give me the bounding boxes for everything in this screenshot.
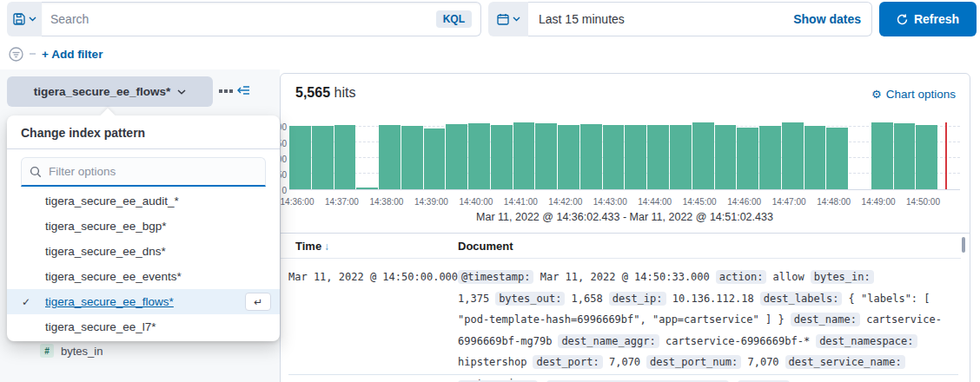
histogram-bar-14:45:00[interactable] bbox=[692, 122, 714, 189]
date-picker: Last 15 minutes Show dates bbox=[488, 2, 872, 36]
histogram-bar-14:40:30[interactable] bbox=[491, 125, 513, 189]
field-value: 10.136.112.18 bbox=[666, 293, 754, 305]
histogram-bar-14:41:30[interactable] bbox=[535, 123, 557, 189]
index-pattern-option[interactable]: tigera_secure_ee_events* bbox=[7, 264, 280, 289]
search-input[interactable]: Search KQL bbox=[42, 2, 481, 36]
field-name-pill[interactable]: dest_ip: bbox=[609, 292, 666, 306]
x-axis-tick-label: 14:40:00 bbox=[459, 197, 493, 207]
row-divider bbox=[288, 374, 958, 375]
index-pattern-filter-input[interactable]: Filter options bbox=[21, 157, 266, 187]
save-query-button[interactable] bbox=[7, 2, 42, 36]
field-name-pill[interactable]: @timestamp: bbox=[458, 270, 533, 284]
chart-options-link[interactable]: ⚙ Chart options bbox=[871, 88, 956, 101]
x-axis-tick-label: 14:41:00 bbox=[504, 197, 538, 207]
index-pattern-option[interactable]: ✓tigera_secure_ee_flows*↵ bbox=[7, 289, 280, 314]
histogram-bar-14:36:00[interactable] bbox=[289, 126, 311, 189]
field-name-pill[interactable]: dest_service_name: bbox=[785, 355, 905, 369]
histogram-bar-14:48:00[interactable] bbox=[826, 128, 848, 189]
x-axis-tick-label: 14:45:00 bbox=[683, 197, 717, 207]
histogram-bar-14:43:00[interactable] bbox=[603, 125, 625, 189]
time-column-header[interactable]: Time↓ bbox=[295, 240, 329, 253]
return-key-icon: ↵ bbox=[245, 293, 271, 311]
index-pattern-option-label: tigera_secure_ee_audit_* bbox=[45, 194, 271, 207]
collapse-sidebar-icon[interactable] bbox=[236, 85, 250, 96]
index-pattern-option[interactable]: tigera_secure_ee_audit_* bbox=[7, 188, 280, 214]
filter-bar: + Add filter bbox=[9, 42, 103, 66]
histogram-bar-14:49:00[interactable] bbox=[871, 122, 893, 189]
kql-badge[interactable]: KQL bbox=[436, 10, 472, 28]
index-pattern-option[interactable]: tigera_secure_ee_bgp* bbox=[7, 214, 280, 239]
x-axis-tick-label: 14:42:00 bbox=[548, 197, 582, 207]
date-range-value[interactable]: Last 15 minutes bbox=[539, 12, 793, 26]
histogram-bar-14:37:00[interactable] bbox=[334, 125, 356, 189]
histogram-plot-area[interactable]: 050100150200 bbox=[289, 122, 960, 190]
refresh-icon bbox=[897, 14, 908, 25]
table-row-time-cell[interactable]: Mar 11, 2022 @ 14:50:00.000 bbox=[288, 271, 458, 283]
popover-title: Change index pattern bbox=[7, 115, 280, 149]
save-icon bbox=[13, 13, 25, 25]
search-placeholder: Search bbox=[50, 12, 436, 26]
table-row-document-cell[interactable]: @timestamp: Mar 11, 2022 @ 14:50:33.000a… bbox=[458, 267, 958, 382]
field-name-pill[interactable]: dest_port_num: bbox=[646, 355, 741, 369]
histogram-bar-14:43:30[interactable] bbox=[625, 125, 646, 189]
refresh-button[interactable]: Refresh bbox=[879, 2, 977, 36]
histogram-bar-14:40:00[interactable] bbox=[468, 123, 490, 189]
field-name-pill[interactable]: dest_port: bbox=[533, 355, 602, 369]
field-value: allow bbox=[766, 271, 804, 283]
histogram-bar-14:38:30[interactable] bbox=[401, 126, 423, 189]
histogram-bar-14:42:00[interactable] bbox=[558, 125, 579, 189]
scrollbar-thumb[interactable] bbox=[962, 237, 965, 253]
histogram-bar-14:42:30[interactable] bbox=[580, 124, 602, 189]
field-name-pill[interactable]: dest_labels: bbox=[760, 292, 843, 306]
change-index-pattern-popover: Change index pattern Filter options tige… bbox=[7, 115, 280, 341]
x-axis-tick-label: 14:38:00 bbox=[369, 197, 403, 207]
y-axis-tick-label: 100 bbox=[280, 155, 287, 164]
field-name-pill[interactable]: dest_name: bbox=[791, 313, 860, 326]
histogram-bar-14:46:30[interactable] bbox=[759, 126, 781, 189]
hits-label: hits bbox=[334, 85, 356, 100]
index-pattern-option[interactable]: tigera_secure_ee_l7* bbox=[7, 314, 280, 339]
field-name-pill[interactable]: bytes_in: bbox=[811, 270, 874, 284]
histogram-bar-14:45:30[interactable] bbox=[715, 125, 737, 189]
add-filter-link[interactable]: + Add filter bbox=[42, 48, 103, 61]
histogram-bar-14:47:30[interactable] bbox=[805, 126, 826, 189]
field-value: 7,070 bbox=[741, 356, 778, 368]
histogram-bar-14:47:00[interactable] bbox=[782, 122, 804, 189]
histogram-bar-14:44:30[interactable] bbox=[670, 125, 692, 189]
histogram-bar-14:36:30[interactable] bbox=[312, 126, 334, 189]
hits-counter: 5,565 hits bbox=[295, 85, 355, 101]
sidebar-field-bytes-in[interactable]: # bytes_in bbox=[40, 344, 103, 358]
chevron-down-icon bbox=[177, 89, 186, 95]
histogram-bar-14:39:30[interactable] bbox=[446, 124, 467, 189]
index-pattern-option[interactable]: tigera_secure_ee_dns* bbox=[7, 239, 280, 264]
histogram-bar-14:46:00[interactable] bbox=[737, 128, 758, 189]
histogram-bar-14:37:30[interactable] bbox=[356, 188, 378, 189]
histogram-bar-14:38:00[interactable] bbox=[379, 125, 401, 189]
histogram-bar-14:39:00[interactable] bbox=[424, 128, 446, 189]
date-quick-select-button[interactable] bbox=[488, 2, 528, 36]
index-pattern-option-label: tigera_secure_ee_dns* bbox=[45, 245, 271, 258]
field-name-pill[interactable]: action: bbox=[716, 270, 767, 284]
index-pattern-option-label: tigera_secure_ee_bgp* bbox=[45, 220, 271, 233]
show-dates-link[interactable]: Show dates bbox=[793, 12, 861, 26]
field-options-icon[interactable] bbox=[219, 89, 233, 93]
x-axis-tick-label: 14:49:00 bbox=[862, 197, 896, 207]
y-axis-tick-label: 150 bbox=[280, 139, 287, 148]
date-range-field[interactable]: Last 15 minutes Show dates bbox=[528, 2, 872, 36]
chevron-down-icon bbox=[29, 16, 36, 22]
current-time-marker bbox=[945, 122, 947, 189]
x-axis-tick-label: 14:48:00 bbox=[817, 197, 851, 207]
sort-desc-icon[interactable]: ↓ bbox=[324, 240, 329, 253]
x-axis-tick-label: 14:50:00 bbox=[906, 197, 940, 207]
histogram-bar-14:44:00[interactable] bbox=[647, 125, 669, 189]
histogram-bar-14:41:00[interactable] bbox=[513, 122, 535, 189]
discover-main-panel: 5,565 hits ⚙ Chart options 050100150200 … bbox=[280, 73, 970, 382]
field-name-pill[interactable]: dest_name_aggr: bbox=[558, 334, 659, 348]
filter-icon[interactable] bbox=[9, 47, 23, 62]
histogram-bar-14:49:30[interactable] bbox=[894, 123, 916, 189]
field-name-pill[interactable]: bytes_out: bbox=[495, 292, 565, 306]
index-pattern-switcher-button[interactable]: tigera_secure_ee_flows* bbox=[7, 76, 213, 107]
field-name-pill[interactable]: dest_namespace: bbox=[816, 334, 917, 348]
index-pattern-option-label: tigera_secure_ee_events* bbox=[45, 270, 271, 283]
histogram-bar-14:50:00[interactable] bbox=[916, 125, 937, 189]
